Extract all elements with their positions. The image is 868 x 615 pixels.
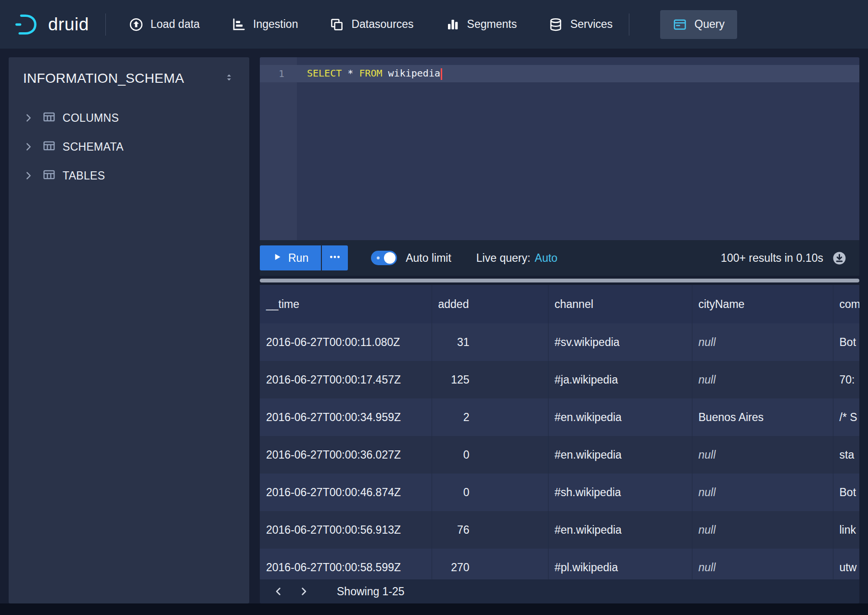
tree-item-tables[interactable]: TABLES xyxy=(23,161,235,190)
previous-page-button[interactable] xyxy=(268,581,289,602)
live-query-value[interactable]: Auto xyxy=(535,252,557,265)
divider xyxy=(105,13,106,36)
table-cell[interactable]: 0 xyxy=(432,436,548,474)
table-cell[interactable]: 2016-06-27T00:00:46.874Z xyxy=(260,474,432,511)
chevron-right-icon xyxy=(23,141,34,152)
table-cell[interactable]: null xyxy=(692,436,833,474)
table-row: 2016-06-27T00:00:58.599Z 270 #pl.wikiped… xyxy=(260,549,859,579)
table-cell[interactable]: 2016-06-27T00:00:58.599Z xyxy=(260,549,432,579)
pagination-bar: Showing 1-25 xyxy=(260,579,859,603)
table-cell[interactable]: #ja.wikipedia xyxy=(548,361,692,398)
schema-tree: COLUMNS SCHEMATA xyxy=(23,103,235,190)
table-header-row: __time added channel cityName comment xyxy=(260,285,859,323)
sql-editor[interactable]: 1 SELECT * FROM wikipedia xyxy=(260,57,859,240)
column-header-cityname[interactable]: cityName xyxy=(692,285,833,323)
nav-item-label: Load data xyxy=(151,18,200,31)
more-dots-icon xyxy=(329,251,341,265)
query-icon xyxy=(673,17,687,32)
nav-item-segments[interactable]: Segments xyxy=(446,17,517,32)
table-cell[interactable]: #en.wikipedia xyxy=(548,511,692,549)
table-cell[interactable]: 2016-06-27T00:00:56.913Z xyxy=(260,511,432,549)
run-button-label: Run xyxy=(288,252,308,265)
live-query-label: Live query: xyxy=(476,252,531,265)
horizontal-scrollbar[interactable] xyxy=(260,279,859,282)
sql-keyword: FROM xyxy=(359,67,382,79)
column-header-comment[interactable]: comment xyxy=(833,285,859,323)
table-row: 2016-06-27T00:00:34.959Z 2 #en.wikipedia… xyxy=(260,398,859,436)
download-button[interactable] xyxy=(832,251,847,266)
table-cell[interactable]: 2 xyxy=(432,398,548,436)
table-cell[interactable]: #pl.wikipedia xyxy=(548,549,692,579)
divider xyxy=(629,13,629,36)
line-number: 1 xyxy=(260,68,297,79)
table-row: 2016-06-27T00:00:56.913Z 76 #en.wikipedi… xyxy=(260,511,859,549)
table-cell[interactable]: 70: xyxy=(833,361,859,398)
druid-logo[interactable]: druid xyxy=(13,12,89,37)
tree-item-columns[interactable]: COLUMNS xyxy=(23,103,235,132)
query-toolbar: Run Auto limit Live query: xyxy=(260,240,859,276)
table-grid-icon xyxy=(42,139,56,154)
table-cell[interactable]: 125 xyxy=(432,361,548,398)
tree-item-label: TABLES xyxy=(63,169,105,182)
column-header-added[interactable]: added xyxy=(432,285,548,323)
results-info: 100+ results in 0.10s xyxy=(721,252,823,265)
table-cell[interactable]: #sv.wikipedia xyxy=(548,323,692,361)
query-main: 1 SELECT * FROM wikipedia Run xyxy=(260,57,859,603)
table-cell[interactable]: #en.wikipedia xyxy=(548,398,692,436)
text-cursor xyxy=(441,68,442,80)
brand-text: druid xyxy=(48,14,89,35)
table-cell[interactable]: Buenos Aires xyxy=(692,398,833,436)
table-grid-icon xyxy=(42,110,56,126)
table-cell[interactable]: 2016-06-27T00:00:34.959Z xyxy=(260,398,432,436)
table-cell[interactable]: utw xyxy=(833,549,859,579)
table-cell[interactable]: null xyxy=(692,474,833,511)
sort-double-caret-icon[interactable] xyxy=(223,72,235,85)
table-cell[interactable]: 2016-06-27T00:00:17.457Z xyxy=(260,361,432,398)
tree-item-schemata[interactable]: SCHEMATA xyxy=(23,132,235,161)
table-cell[interactable]: 2016-06-27T00:00:11.080Z xyxy=(260,323,432,361)
table-cell[interactable]: link xyxy=(833,511,859,549)
nav-item-query[interactable]: Query xyxy=(660,10,737,39)
table-cell[interactable]: null xyxy=(692,549,833,579)
nav-item-ingestion[interactable]: Ingestion xyxy=(231,17,298,32)
table-cell[interactable]: null xyxy=(692,361,833,398)
toggle-knob xyxy=(384,252,396,264)
table-cell[interactable]: null xyxy=(692,511,833,549)
table-cell[interactable]: Bot xyxy=(833,323,859,361)
scrollbar-area xyxy=(260,276,859,285)
segments-icon xyxy=(446,17,460,32)
nav-item-label: Segments xyxy=(467,18,517,31)
editor-line-1[interactable]: 1 SELECT * FROM wikipedia xyxy=(260,65,859,82)
auto-limit-toggle[interactable] xyxy=(371,251,397,265)
nav-item-services[interactable]: Services xyxy=(549,17,613,32)
column-header-channel[interactable]: channel xyxy=(548,285,692,323)
table-cell[interactable]: sta xyxy=(833,436,859,474)
table-cell[interactable]: null xyxy=(692,323,833,361)
table-cell[interactable]: #sh.wikipedia xyxy=(548,474,692,511)
chevron-right-icon xyxy=(23,113,34,123)
editor-gutter xyxy=(260,57,297,240)
table-cell[interactable]: 270 xyxy=(432,549,548,579)
table-cell[interactable]: #en.wikipedia xyxy=(548,436,692,474)
results-table: __time added channel cityName comment 20… xyxy=(260,285,859,579)
table-cell[interactable]: 2016-06-27T00:00:36.027Z xyxy=(260,436,432,474)
nav-item-datasources[interactable]: Datasources xyxy=(330,17,413,32)
datasources-icon xyxy=(330,17,344,32)
sql-table-name: wikipedia xyxy=(383,67,440,79)
table-cell[interactable]: 0 xyxy=(432,474,548,511)
nav-item-label: Query xyxy=(694,18,725,31)
content: INFORMATION_SCHEMA COLUMN xyxy=(0,49,868,603)
nav-item-label: Ingestion xyxy=(253,18,298,31)
auto-limit-label: Auto limit xyxy=(406,252,451,265)
table-cell[interactable]: 76 xyxy=(432,511,548,549)
table-cell[interactable]: 31 xyxy=(432,323,548,361)
column-header-time[interactable]: __time xyxy=(260,285,432,323)
table-cell[interactable]: /* S xyxy=(833,398,859,436)
ingestion-icon xyxy=(231,17,246,32)
nav-item-load-data[interactable]: Load data xyxy=(129,17,200,32)
next-page-button[interactable] xyxy=(294,581,314,602)
run-button[interactable]: Run xyxy=(260,245,321,270)
tree-item-label: SCHEMATA xyxy=(63,141,124,154)
table-cell[interactable]: Bot xyxy=(833,474,859,511)
more-options-button[interactable] xyxy=(322,245,348,270)
